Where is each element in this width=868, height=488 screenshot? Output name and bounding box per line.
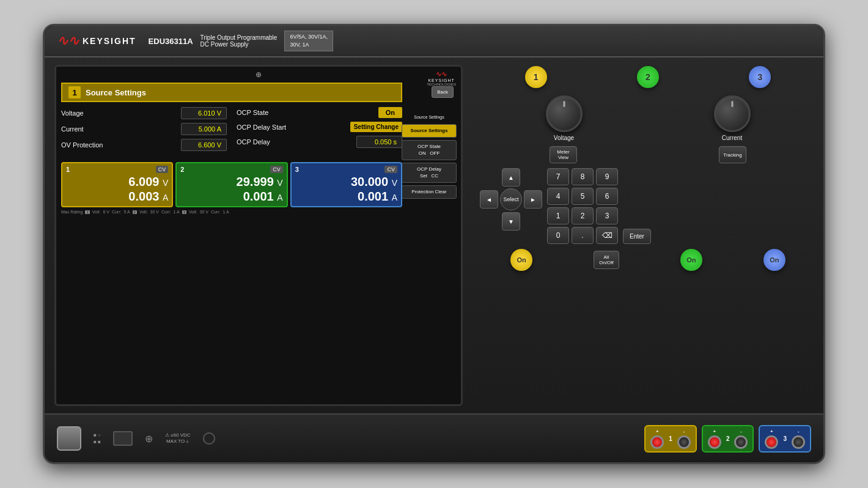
ocp-delay-row: OCP Delay 0.050 s	[237, 136, 402, 148]
ocp-delay-start-row: OCP Delay Start Setting Change	[237, 122, 402, 132]
key-3[interactable]: 3	[596, 207, 618, 224]
screen-brand-sub: TECHNOLOGIES	[427, 83, 456, 86]
ch1-mode: CV	[156, 166, 169, 173]
instrument: ∿∿ KEYSIGHT EDU36311A Triple Output Prog…	[43, 24, 825, 464]
screen-sidebar-title: Source Settings	[414, 115, 444, 119]
key-backspace[interactable]: ⌫	[596, 227, 618, 244]
select-button[interactable]: Select	[500, 188, 522, 210]
key-2[interactable]: 2	[572, 207, 594, 224]
back-button[interactable]: Back	[432, 86, 454, 98]
ch2-minus-post[interactable]	[734, 435, 748, 449]
ch3-rating-badge: 3	[182, 210, 186, 214]
ch2-plus-post[interactable]	[708, 435, 721, 449]
channel-2-display: 2 CV 29.999 V 0.001 A	[175, 162, 287, 207]
ch3-on-button[interactable]: On	[763, 249, 785, 271]
network-icon: ■ ○ ■ ■	[94, 432, 101, 445]
usb-top-icon: ⊕	[256, 70, 262, 79]
enter-area: Enter	[623, 168, 651, 244]
tracking-button[interactable]: Tracking	[719, 146, 746, 163]
ch1-plus-post[interactable]	[650, 435, 664, 449]
numpad-grid: 7 8 9 4 5 6 1 2 3 0 . ⌫	[547, 168, 618, 244]
ch1-number: 1	[66, 166, 70, 173]
all-on-off-button[interactable]: AllOn/Off	[594, 251, 619, 269]
spec-text2: 30V, 1A	[290, 41, 328, 49]
meter-view-button[interactable]: MeterView	[550, 146, 577, 163]
ch2-minus-terminal: -	[734, 429, 748, 449]
channel-3-button[interactable]: 3	[749, 66, 771, 88]
sidebar-ocp-state-btn[interactable]: OCP StateON OFF	[402, 140, 457, 160]
ch1-term-num: 1	[666, 435, 675, 442]
power-button[interactable]	[57, 426, 81, 451]
ch3-number: 3	[295, 166, 299, 173]
settings-col-right: OCP State On OCP Delay Start Setting Cha…	[237, 107, 402, 155]
logo-wave-icon: ∿∿	[57, 33, 79, 49]
voltage-label: Voltage	[61, 109, 104, 117]
sidebar-ocp-delay-btn[interactable]: OCP DelaySet CC	[402, 163, 457, 183]
key-0[interactable]: 0	[547, 227, 569, 244]
ch3-curr-val: 1 A	[223, 210, 229, 214]
ch3-plus-post[interactable]	[765, 435, 778, 449]
ch2-voltage: 29.999 V	[180, 174, 282, 189]
audio-jack	[203, 432, 215, 445]
arrow-down-button[interactable]: ▼	[502, 212, 520, 231]
ch3-minus-post[interactable]	[792, 435, 805, 449]
ch1-minus-post[interactable]	[677, 435, 691, 449]
ch1-volt-label: Volt:	[92, 210, 101, 214]
current-knob-label: Current	[722, 135, 742, 141]
channel-1-button[interactable]: 1	[525, 66, 547, 88]
ch2-mode: CV	[270, 166, 283, 173]
key-6[interactable]: 6	[596, 188, 618, 205]
ch3-minus-terminal: -	[792, 429, 805, 449]
voltage-knob[interactable]	[546, 95, 583, 132]
key-decimal[interactable]: .	[572, 227, 594, 244]
sidebar-protection-clear-btn[interactable]: Protection Clear	[402, 185, 457, 199]
model-number: EDU36311A	[149, 37, 193, 46]
key-5[interactable]: 5	[572, 188, 594, 205]
sidebar-source-settings-btn[interactable]: Source Settings	[402, 124, 457, 138]
current-knob[interactable]	[714, 95, 751, 132]
screen-content: 1 Source Settings Voltage 6.010 V	[61, 72, 456, 399]
arrow-up-button[interactable]: ▲	[502, 168, 520, 187]
terminal-group-3: + 3 -	[759, 425, 811, 453]
key-7[interactable]: 7	[547, 168, 569, 185]
ch1-plus-terminal: +	[650, 429, 664, 449]
enter-button[interactable]: Enter	[623, 229, 651, 244]
ch1-on-button[interactable]: On	[510, 249, 532, 271]
ch2-volt-label: Volt:	[139, 210, 148, 214]
main-area: ⊕ ∿∿ KEYSIGHT TECHNOLOGIES 1 Source Sett…	[45, 57, 823, 413]
ch3-curr-label: Curr:	[211, 210, 221, 214]
ocp-state-value[interactable]: On	[378, 107, 402, 118]
screen-brand: ∿∿ KEYSIGHT TECHNOLOGIES	[427, 70, 456, 86]
ch3-voltage: 30.000 V	[295, 174, 397, 189]
ch2-term-num: 2	[724, 435, 732, 442]
ov-protection-value[interactable]: 6.600 V	[181, 139, 227, 151]
channel-badge: 1	[68, 86, 81, 98]
key-1[interactable]: 1	[547, 207, 569, 224]
arrow-left-button[interactable]: ◄	[480, 190, 498, 209]
key-4[interactable]: 4	[547, 188, 569, 205]
brand-logo: ∿∿ KEYSIGHT	[57, 33, 136, 49]
ch1-voltage: 6.009 V	[66, 174, 168, 189]
top-bar: ∿∿ KEYSIGHT EDU36311A Triple Output Prog…	[45, 26, 823, 57]
ch2-rating-badge: 2	[133, 210, 137, 214]
usb-symbol-icon: ⊕	[145, 433, 153, 445]
ch3-volt-val: 30 V	[200, 210, 208, 214]
ch2-current: 0.001 A	[180, 189, 282, 204]
ocp-delay-value[interactable]: 0.050 s	[356, 136, 402, 148]
ocp-state-label: OCP State	[237, 109, 279, 116]
warning-label: ⚠ ±60 VDCMAX TO ⏚	[165, 432, 191, 445]
ch1-current: 0.003 A	[66, 189, 168, 204]
specs-box: 6V/5A, 30V/1A, 30V, 1A	[284, 31, 333, 51]
key-8[interactable]: 8	[572, 168, 594, 185]
channel-2-button[interactable]: 2	[637, 66, 659, 88]
arrow-right-button[interactable]: ►	[524, 190, 542, 209]
description: Triple Output Programmable DC Power Supp…	[200, 34, 278, 48]
ocp-delay-start-value[interactable]: Setting Change	[350, 122, 402, 132]
current-value[interactable]: 5.000 A	[181, 123, 227, 135]
screen-sidebar: Back Source Settings Source Settings OCP…	[402, 72, 456, 399]
spec-text: 6V/5A, 30V/1A,	[290, 33, 328, 41]
ov-protection-row: OV Protection 6.600 V	[61, 139, 227, 151]
voltage-value[interactable]: 6.010 V	[181, 107, 227, 119]
ch2-on-button[interactable]: On	[680, 249, 702, 271]
key-9[interactable]: 9	[596, 168, 618, 185]
